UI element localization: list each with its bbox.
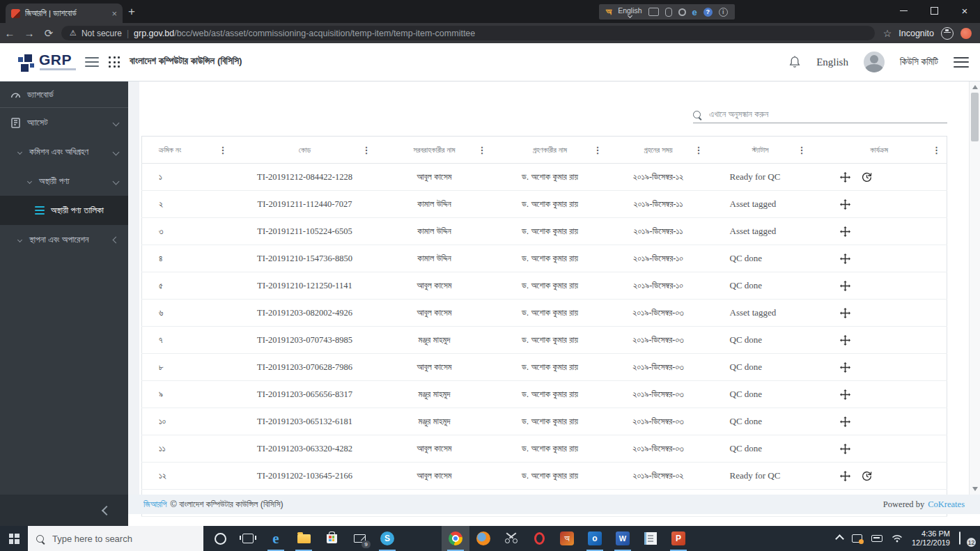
new-tab-button[interactable]: + <box>128 6 135 17</box>
control-sidebar-hamburger-icon[interactable] <box>954 57 969 68</box>
tab-close-icon[interactable]: × <box>111 8 117 19</box>
sidebar-item-temp-item-list[interactable]: অস্থায়ী পণ্য তালিকা <box>0 196 128 225</box>
tray-expand-chevron-icon[interactable] <box>835 534 844 543</box>
scroll-down-arrow-icon[interactable] <box>972 487 978 491</box>
avro-keyboard-toolbar[interactable]: অ English e ? i <box>599 4 735 20</box>
avro-help-icon[interactable]: ? <box>703 8 713 17</box>
avro-keyboard-button[interactable]: অ <box>553 526 581 551</box>
sidebar-item-installation-operation[interactable]: স্থাপনা এবং অপারেশন <box>0 225 128 254</box>
column-menu-kebab-icon[interactable]: ⋮ <box>694 145 703 155</box>
move-icon[interactable] <box>840 444 850 454</box>
taskbar-clock[interactable]: 4:36 PM 12/12/2019 <box>912 529 950 548</box>
reload-icon[interactable]: ⟳ <box>39 27 59 40</box>
network-wifi-icon[interactable] <box>892 534 903 543</box>
cortana-button[interactable] <box>206 526 234 551</box>
move-icon[interactable] <box>840 226 850 237</box>
start-button[interactable] <box>0 526 28 551</box>
move-icon[interactable] <box>840 308 850 318</box>
action-center-button[interactable]: 12 <box>959 532 973 545</box>
column-menu-kebab-icon[interactable]: ⋮ <box>593 145 602 155</box>
notifications-bell-icon[interactable] <box>788 55 801 69</box>
extension-icon[interactable] <box>960 28 972 39</box>
edge-button[interactable]: e <box>262 526 290 551</box>
bookmark-star-icon[interactable]: ☆ <box>883 28 892 39</box>
powered-by-brand-link[interactable]: CoKreates <box>928 499 965 510</box>
user-name[interactable]: কিউসি কমিটি <box>900 56 938 68</box>
move-icon[interactable] <box>840 471 850 481</box>
opera-button[interactable] <box>525 526 553 551</box>
avro-language-selector[interactable]: English <box>618 7 641 17</box>
column-menu-kebab-icon[interactable]: ⋮ <box>478 145 487 155</box>
task-view-button[interactable] <box>234 526 262 551</box>
snipping-tool-button[interactable] <box>497 526 525 551</box>
move-icon[interactable] <box>840 389 850 400</box>
column-header[interactable]: কোড ⋮ <box>233 137 377 164</box>
skype-button[interactable]: S <box>373 526 401 551</box>
cell-supplier-name: কামাল উদ্দিন <box>377 191 492 218</box>
forward-icon[interactable]: → <box>20 27 39 39</box>
file-explorer-button[interactable] <box>290 526 318 551</box>
cell-receiver-name: ড. অশোক কুমার রায় <box>492 463 608 490</box>
avro-settings-gear-icon[interactable] <box>678 8 686 16</box>
window-maximize-button[interactable] <box>919 0 949 21</box>
avro-logo-icon[interactable]: অ <box>606 6 612 17</box>
footer-brand-link[interactable]: জিআরপি <box>143 499 166 510</box>
apps-grid-icon[interactable] <box>109 56 120 68</box>
taskbar-search-input[interactable] <box>51 533 195 545</box>
vertical-scrollbar[interactable] <box>969 82 980 495</box>
column-header[interactable]: গ্রহণকারীর নাম ⋮ <box>492 137 608 164</box>
column-header[interactable]: গ্রহনের সময় ⋮ <box>608 137 709 164</box>
column-header[interactable]: সরবরাহকারীর নাম ⋮ <box>377 137 492 164</box>
move-icon[interactable] <box>840 335 850 346</box>
avro-keyboard-icon[interactable] <box>648 8 659 16</box>
word-button[interactable]: W <box>609 526 637 551</box>
sidebar-collapse-bar[interactable] <box>0 495 128 526</box>
outlook-button[interactable]: o <box>581 526 609 551</box>
taskbar-search[interactable] <box>28 526 203 551</box>
sidebar-item-dashboard[interactable]: ড্যাশবোর্ড <box>0 82 128 108</box>
column-menu-kebab-icon[interactable]: ⋮ <box>362 145 371 155</box>
browser-tab[interactable]: জিআরপি | ড্যাশবোর্ড × <box>6 3 123 23</box>
powerpoint-button[interactable]: P <box>664 526 692 551</box>
sidebar-item-temp-item[interactable]: অস্থায়ী পণ্য <box>0 166 128 196</box>
column-header[interactable]: ক্রমিক নং ⋮ <box>142 137 233 164</box>
scroll-up-arrow-icon[interactable] <box>972 85 978 89</box>
user-avatar[interactable] <box>864 52 885 72</box>
avro-ie-icon[interactable]: e <box>692 7 697 17</box>
tray-keyboard-icon[interactable] <box>871 535 882 542</box>
notepad-button[interactable] <box>637 526 664 551</box>
move-icon[interactable] <box>840 417 850 427</box>
move-icon[interactable] <box>840 199 850 210</box>
column-menu-kebab-icon[interactable]: ⋮ <box>219 145 228 155</box>
sidebar-item-commission-acquisition[interactable]: কমিশন এবং অধিগ্রহণ <box>0 137 128 166</box>
language-switcher[interactable]: English <box>816 56 848 68</box>
column-menu-kebab-icon[interactable]: ⋮ <box>932 145 941 155</box>
history-icon[interactable] <box>862 172 872 183</box>
not-secure-warning-icon[interactable]: ⚠ <box>70 29 77 38</box>
organization-name: বাংলাদেশ কম্পিউটার কাউন্সিল (বিসিসি) <box>130 56 242 67</box>
window-close-button[interactable]: × <box>949 0 980 21</box>
back-icon[interactable]: ← <box>0 27 20 39</box>
search-input[interactable] <box>708 109 947 120</box>
window-minimize-button[interactable] <box>888 0 919 21</box>
scrollbar-thumb[interactable] <box>971 93 979 141</box>
avro-mouse-icon[interactable] <box>665 8 672 17</box>
chrome-button[interactable] <box>442 526 469 551</box>
sidebar-item-asset[interactable]: অ্যাসেট <box>0 108 128 137</box>
grp-logo[interactable]: GRP <box>18 50 95 75</box>
column-menu-kebab-icon[interactable]: ⋮ <box>798 145 807 155</box>
column-header[interactable]: স্ট্যাটাস ⋮ <box>709 137 812 164</box>
move-icon[interactable] <box>840 172 850 183</box>
sidebar-toggle-hamburger-icon[interactable] <box>85 57 99 67</box>
address-bar[interactable]: ⚠ Not secure | grp.gov.bd /bcc/web/ast/a… <box>61 26 875 40</box>
move-icon[interactable] <box>840 362 850 373</box>
mail-button[interactable]: 9 <box>345 526 373 551</box>
move-icon[interactable] <box>840 254 850 264</box>
firefox-button[interactable] <box>469 526 497 551</box>
column-header[interactable]: কার্যক্রম ⋮ <box>812 137 947 164</box>
avro-info-icon[interactable]: i <box>719 8 728 17</box>
tray-app-icon[interactable] <box>852 534 862 543</box>
history-icon[interactable] <box>862 471 872 481</box>
microsoft-store-button[interactable] <box>318 526 345 551</box>
move-icon[interactable] <box>840 281 850 291</box>
